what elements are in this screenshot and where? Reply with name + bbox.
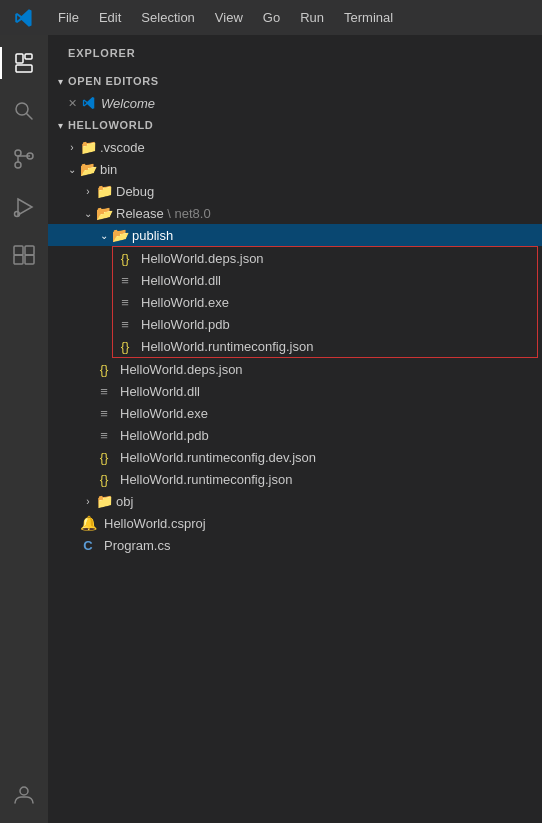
publish-folder-item[interactable]: ⌄ 📂 publish bbox=[48, 224, 542, 246]
open-editors-arrow: ▾ bbox=[52, 76, 68, 87]
svg-rect-14 bbox=[25, 246, 34, 255]
release-arrow: ⌄ bbox=[80, 208, 96, 219]
debug-folder-label: Debug bbox=[116, 184, 154, 199]
csproj-item[interactable]: 🔔 HelloWorld.csproj bbox=[48, 512, 542, 534]
open-editors-label: Open Editors bbox=[68, 75, 159, 87]
selection-highlight-box: {} HelloWorld.deps.json ≡ HelloWorld.dll… bbox=[112, 246, 538, 358]
debug-arrow: › bbox=[80, 186, 96, 197]
release-runtimeconfig-json-item[interactable]: {} HelloWorld.runtimeconfig.json bbox=[48, 468, 542, 490]
activity-icon-search[interactable] bbox=[0, 87, 48, 135]
bin-folder-label: bin bbox=[100, 162, 117, 177]
csproj-label: HelloWorld.csproj bbox=[104, 516, 206, 531]
publish-folder-icon: 📂 bbox=[112, 227, 128, 243]
obj-folder-item[interactable]: › 📁 obj bbox=[48, 490, 542, 512]
release-deps-json-label: HelloWorld.deps.json bbox=[120, 362, 243, 377]
title-bar: File Edit Selection View Go Run Terminal bbox=[0, 0, 542, 35]
obj-folder-icon: 📁 bbox=[96, 493, 112, 509]
activity-bar bbox=[0, 35, 48, 823]
svg-rect-1 bbox=[16, 65, 32, 72]
vscode-folder-label: .vscode bbox=[100, 140, 145, 155]
publish-dll-label: HelloWorld.dll bbox=[141, 273, 221, 288]
dll-icon-1: ≡ bbox=[117, 273, 133, 288]
exe-icon-2: ≡ bbox=[96, 406, 112, 421]
menu-go[interactable]: Go bbox=[253, 0, 290, 35]
svg-rect-12 bbox=[25, 255, 34, 264]
publish-deps-json-item[interactable]: {} HelloWorld.deps.json bbox=[113, 247, 537, 269]
svg-point-10 bbox=[15, 212, 20, 217]
menu-terminal[interactable]: Terminal bbox=[334, 0, 403, 35]
release-exe-item[interactable]: ≡ HelloWorld.exe bbox=[48, 402, 542, 424]
program-cs-item[interactable]: C Program.cs bbox=[48, 534, 542, 556]
vscode-arrow: › bbox=[64, 142, 80, 153]
section-helloworld[interactable]: ▾ HelloWorld bbox=[48, 114, 542, 136]
folder-icon: 📁 bbox=[80, 139, 96, 155]
welcome-label: Welcome bbox=[101, 96, 155, 111]
activity-icon-explorer[interactable] bbox=[0, 39, 48, 87]
menu-file[interactable]: File bbox=[48, 0, 89, 35]
publish-deps-json-label: HelloWorld.deps.json bbox=[141, 251, 264, 266]
menu-edit[interactable]: Edit bbox=[89, 0, 131, 35]
release-exe-label: HelloWorld.exe bbox=[120, 406, 208, 421]
bin-folder-item[interactable]: ⌄ 📂 bin bbox=[48, 158, 542, 180]
publish-runtimeconfig-json-item[interactable]: {} HelloWorld.runtimeconfig.json bbox=[113, 335, 537, 357]
json-icon-3: {} bbox=[96, 362, 112, 377]
publish-dll-item[interactable]: ≡ HelloWorld.dll bbox=[113, 269, 537, 291]
release-runtimeconfig-json-label: HelloWorld.runtimeconfig.json bbox=[120, 472, 292, 487]
menu-view[interactable]: View bbox=[205, 0, 253, 35]
publish-arrow: ⌄ bbox=[96, 230, 112, 241]
release-runtimeconfig-dev-label: HelloWorld.runtimeconfig.dev.json bbox=[120, 450, 316, 465]
json-icon-2: {} bbox=[117, 339, 133, 354]
json-icon-5: {} bbox=[96, 472, 112, 487]
menu-selection[interactable]: Selection bbox=[131, 0, 204, 35]
vscode-logo bbox=[0, 0, 48, 35]
release-dll-item[interactable]: ≡ HelloWorld.dll bbox=[48, 380, 542, 402]
obj-arrow: › bbox=[80, 496, 96, 507]
release-folder-icon: 📂 bbox=[96, 205, 112, 221]
publish-pdb-item[interactable]: ≡ HelloWorld.pdb bbox=[113, 313, 537, 335]
sidebar: Explorer ▾ Open Editors ✕ Welcome ▾ Hell… bbox=[48, 35, 542, 823]
helloworld-arrow: ▾ bbox=[52, 120, 68, 131]
svg-point-15 bbox=[20, 787, 28, 795]
section-open-editors[interactable]: ▾ Open Editors bbox=[48, 70, 542, 92]
svg-marker-9 bbox=[18, 199, 32, 215]
vscode-folder-item[interactable]: › 📁 .vscode bbox=[48, 136, 542, 158]
svg-point-6 bbox=[15, 162, 21, 168]
vscode-icon bbox=[81, 96, 97, 110]
debug-folder-item[interactable]: › 📁 Debug bbox=[48, 180, 542, 202]
svg-rect-0 bbox=[16, 54, 23, 63]
release-pdb-item[interactable]: ≡ HelloWorld.pdb bbox=[48, 424, 542, 446]
bin-arrow: ⌄ bbox=[64, 164, 80, 175]
activity-icon-accounts[interactable] bbox=[0, 771, 48, 819]
helloworld-label: HelloWorld bbox=[68, 119, 153, 131]
pdb-icon-2: ≡ bbox=[96, 428, 112, 443]
activity-icon-source-control[interactable] bbox=[0, 135, 48, 183]
file-tree: ▾ Open Editors ✕ Welcome ▾ HelloWorld › bbox=[48, 70, 542, 823]
program-cs-label: Program.cs bbox=[104, 538, 170, 553]
close-welcome-icon[interactable]: ✕ bbox=[68, 97, 77, 110]
welcome-tab-item[interactable]: ✕ Welcome bbox=[48, 92, 542, 114]
cs-icon: C bbox=[80, 538, 96, 553]
obj-folder-label: obj bbox=[116, 494, 133, 509]
pdb-icon-1: ≡ bbox=[117, 317, 133, 332]
svg-rect-13 bbox=[14, 246, 23, 255]
release-folder-item[interactable]: ⌄ 📂 Release \ net8.0 bbox=[48, 202, 542, 224]
menu-run[interactable]: Run bbox=[290, 0, 334, 35]
release-pdb-label: HelloWorld.pdb bbox=[120, 428, 209, 443]
activity-icon-extensions[interactable] bbox=[0, 231, 48, 279]
release-runtimeconfig-dev-item[interactable]: {} HelloWorld.runtimeconfig.dev.json bbox=[48, 446, 542, 468]
publish-folder-label: publish bbox=[132, 228, 173, 243]
release-dll-label: HelloWorld.dll bbox=[120, 384, 200, 399]
release-deps-json-item[interactable]: {} HelloWorld.deps.json bbox=[48, 358, 542, 380]
svg-line-4 bbox=[27, 114, 33, 120]
publish-pdb-label: HelloWorld.pdb bbox=[141, 317, 230, 332]
publish-exe-label: HelloWorld.exe bbox=[141, 295, 229, 310]
activity-icon-run-debug[interactable] bbox=[0, 183, 48, 231]
svg-rect-2 bbox=[25, 54, 32, 59]
publish-exe-item[interactable]: ≡ HelloWorld.exe bbox=[113, 291, 537, 313]
main-area: Explorer ▾ Open Editors ✕ Welcome ▾ Hell… bbox=[0, 35, 542, 823]
release-folder-label: Release \ net8.0 bbox=[116, 206, 211, 221]
csproj-icon: 🔔 bbox=[80, 515, 96, 531]
exe-icon-1: ≡ bbox=[117, 295, 133, 310]
json-icon-1: {} bbox=[117, 251, 133, 266]
json-icon-4: {} bbox=[96, 450, 112, 465]
